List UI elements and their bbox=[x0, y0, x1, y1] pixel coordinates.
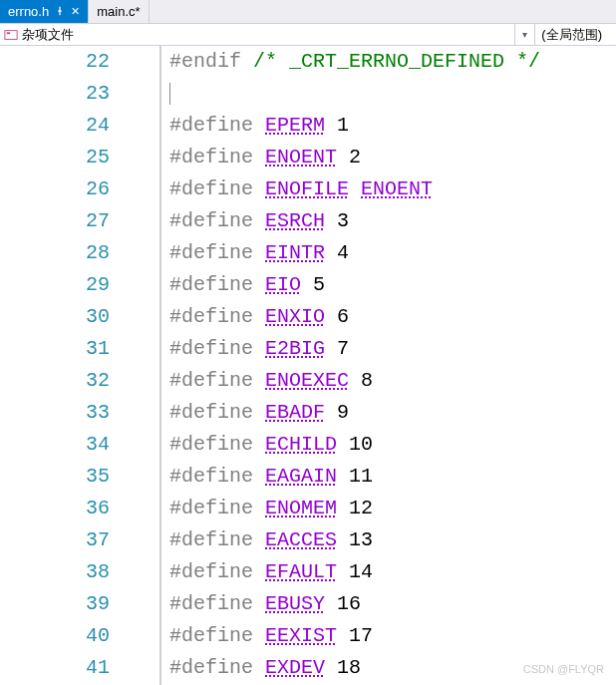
svg-rect-1 bbox=[7, 32, 11, 34]
pin-icon[interactable] bbox=[55, 6, 65, 18]
close-icon[interactable]: ✕ bbox=[71, 5, 80, 18]
nav-scope-label: (全局范围) bbox=[541, 26, 602, 44]
nav-chevron-icon[interactable]: ▾ bbox=[514, 24, 534, 45]
code-line: #define ENOFILE ENOENT bbox=[169, 173, 616, 205]
code-line: #define ENXIO 6 bbox=[169, 301, 616, 333]
code-line: #define E2BIG 7 bbox=[169, 333, 616, 365]
code-line: #define EEXIST 17 bbox=[169, 620, 616, 652]
code-line: #define ENOENT 2 bbox=[169, 142, 616, 173]
code-line: #define ECHILD 10 bbox=[169, 429, 616, 461]
line-number: 26 bbox=[0, 173, 110, 205]
code-line: #define EBUSY 16 bbox=[169, 588, 616, 620]
line-number: 25 bbox=[0, 142, 110, 173]
line-number: 28 bbox=[0, 237, 110, 269]
line-number: 33 bbox=[0, 397, 110, 429]
tab-bar: errno.h ✕ main.c* bbox=[0, 0, 616, 24]
line-number: 29 bbox=[0, 269, 110, 301]
line-number: 32 bbox=[0, 365, 110, 397]
tab-errno-h[interactable]: errno.h ✕ bbox=[0, 0, 89, 23]
line-number: 23 bbox=[0, 78, 110, 110]
line-number: 39 bbox=[0, 588, 110, 620]
line-number: 37 bbox=[0, 524, 110, 556]
code-line: #define EACCES 13 bbox=[169, 524, 616, 556]
navigation-bar: 杂项文件 ▾ (全局范围) bbox=[0, 24, 616, 46]
code-line: #define ESRCH 3 bbox=[169, 205, 616, 237]
line-number: 35 bbox=[0, 461, 110, 493]
line-number: 27 bbox=[0, 205, 110, 237]
tab-label: main.c* bbox=[97, 4, 140, 19]
tab-main-c[interactable]: main.c* bbox=[89, 0, 149, 23]
code-line: #define EINTR 4 bbox=[169, 237, 616, 269]
code-area[interactable]: #endif /* _CRT_ERRNO_DEFINED */#define E… bbox=[161, 46, 616, 685]
line-number: 30 bbox=[0, 301, 110, 333]
code-line: #define EIO 5 bbox=[169, 269, 616, 301]
code-line: #define ENOMEM 12 bbox=[169, 493, 616, 524]
code-line: #define EFAULT 14 bbox=[169, 556, 616, 588]
svg-rect-0 bbox=[5, 30, 17, 39]
code-line: #endif /* _CRT_ERRNO_DEFINED */ bbox=[169, 46, 616, 78]
nav-scope-dropdown[interactable]: (全局范围) bbox=[534, 24, 616, 45]
code-line: #define EPERM 1 bbox=[169, 110, 616, 142]
line-number: 34 bbox=[0, 429, 110, 461]
code-line: #define EBADF 9 bbox=[169, 397, 616, 429]
nav-project-dropdown[interactable]: 杂项文件 bbox=[0, 26, 514, 44]
line-number: 36 bbox=[0, 493, 110, 524]
line-number: 40 bbox=[0, 620, 110, 652]
editor-margin bbox=[120, 46, 159, 685]
nav-project-label: 杂项文件 bbox=[22, 26, 74, 44]
code-editor[interactable]: 2223242526272829303132333435363738394041… bbox=[0, 46, 616, 685]
line-number-gutter: 2223242526272829303132333435363738394041 bbox=[0, 46, 120, 685]
code-line bbox=[169, 78, 616, 110]
watermark-text: CSDN @FLYQR bbox=[523, 663, 604, 675]
line-number: 24 bbox=[0, 110, 110, 142]
code-line: #define ENOEXEC 8 bbox=[169, 365, 616, 397]
line-number: 22 bbox=[0, 46, 110, 78]
line-number: 31 bbox=[0, 333, 110, 365]
line-number: 41 bbox=[0, 652, 110, 684]
code-line: #define EAGAIN 11 bbox=[169, 461, 616, 493]
line-number: 38 bbox=[0, 556, 110, 588]
project-icon bbox=[4, 28, 18, 42]
tab-label: errno.h bbox=[8, 4, 49, 19]
